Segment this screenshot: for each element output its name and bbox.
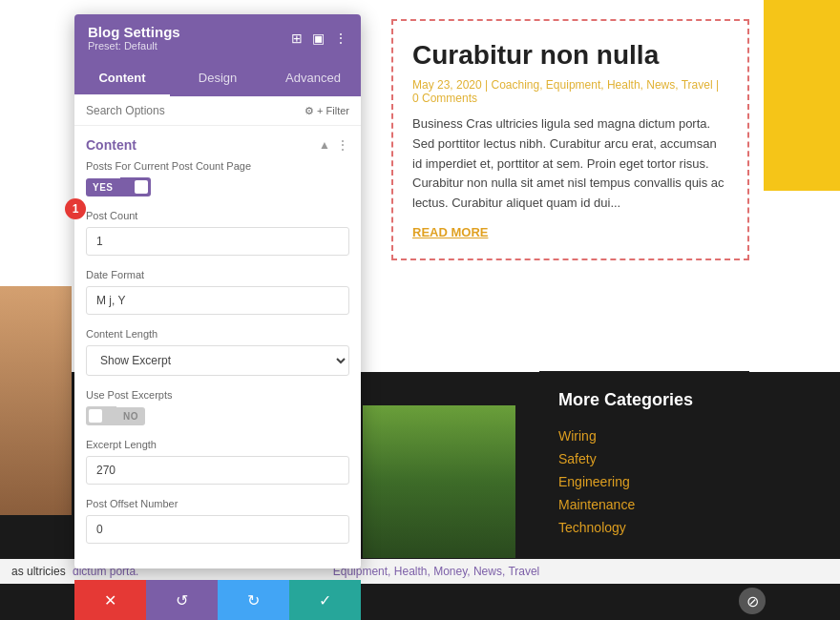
panel-body: Content ▲ ⋮ Posts For Current Post Count…	[74, 126, 361, 568]
post-title: Curabitur non nulla	[412, 40, 728, 71]
blog-post-card: Curabitur non nulla May 23, 2020 | Coach…	[391, 19, 749, 260]
save-icon: ✓	[319, 591, 331, 610]
expand-icon[interactable]: ⊞	[291, 31, 303, 46]
posts-for-current-page-label: Posts For Current Post Count Page	[86, 160, 349, 172]
tab-design[interactable]: Design	[170, 61, 265, 96]
post-count-input[interactable]	[86, 227, 349, 256]
post-offset-input[interactable]	[86, 515, 349, 544]
save-button[interactable]: ✓	[289, 580, 361, 620]
read-more-link[interactable]: READ MORE	[412, 225, 728, 239]
post-meta: May 23, 2020 | Coaching, Equipment, Heal…	[412, 78, 728, 105]
content-length-field: Content Length Show Excerpt Show Full Po…	[86, 328, 349, 376]
badge-number: 1	[65, 198, 86, 219]
collapse-icon[interactable]: ▲	[319, 138, 330, 152]
cancel-icon: ✕	[104, 591, 116, 610]
post-body: Business Cras ultricies ligula sed magna…	[412, 114, 728, 214]
post-date-categories: May 23, 2020 | Coaching, Equipment, Heal…	[412, 78, 719, 92]
date-format-input[interactable]	[86, 286, 349, 315]
redo-icon: ↻	[247, 591, 260, 610]
no-track[interactable]	[86, 406, 116, 425]
redo-button[interactable]: ↻	[218, 580, 289, 620]
category-engineering[interactable]: Engineering	[558, 470, 730, 493]
excerpt-length-label: Excerpt Length	[86, 439, 349, 450]
no-label: NO	[116, 407, 145, 425]
category-wiring[interactable]: Wiring	[558, 424, 730, 447]
more-categories-title: More Categories	[558, 390, 730, 410]
blog-settings-panel: Blog Settings Preset: Default ⊞ ▣ ⋮ Cont…	[74, 14, 361, 568]
use-post-excerpts-label: Use Post Excerpts	[86, 389, 349, 401]
toggle-thumb	[135, 180, 148, 194]
posts-toggle-yes[interactable]: YES	[86, 177, 349, 196]
panel-header-icons: ⊞ ▣ ⋮	[291, 31, 347, 46]
post-comments: 0 Comments	[412, 92, 477, 105]
bottom-text-line1: as ultricies	[11, 565, 66, 578]
post-offset-label: Post Offset Number	[86, 498, 349, 509]
post-offset-field: Post Offset Number	[86, 498, 349, 544]
panel-header: Blog Settings Preset: Default ⊞ ▣ ⋮	[74, 14, 361, 61]
cancel-button[interactable]: ✕	[74, 580, 146, 620]
bottom-image	[363, 405, 515, 558]
yes-label: YES	[86, 178, 120, 196]
panel-title: Blog Settings	[88, 24, 180, 40]
category-safety[interactable]: Safety	[558, 447, 730, 470]
section-title: Content	[86, 137, 136, 153]
toggle-track[interactable]	[120, 177, 151, 196]
left-image-strip	[0, 286, 72, 515]
section-controls: ▲ ⋮	[319, 137, 349, 153]
tab-advanced[interactable]: Advanced	[265, 61, 361, 96]
section-menu-icon[interactable]: ⋮	[336, 137, 349, 153]
layout-icon[interactable]: ▣	[312, 31, 325, 46]
date-format-field: Date Format	[86, 269, 349, 315]
bottom-image-inner	[363, 405, 515, 558]
panel-preset[interactable]: Preset: Default	[88, 40, 180, 52]
content-length-label: Content Length	[86, 328, 349, 340]
post-count-field: Post Count	[86, 210, 349, 256]
more-options-icon[interactable]: ⋮	[334, 31, 347, 46]
panel-tabs: Content Design Advanced	[74, 61, 361, 96]
undo-icon: ↺	[176, 591, 188, 610]
excerpt-length-input[interactable]	[86, 456, 349, 485]
no-thumb	[89, 409, 102, 423]
yellow-accent	[764, 0, 840, 191]
date-format-label: Date Format	[86, 269, 349, 280]
search-input[interactable]	[86, 104, 297, 117]
post-count-label: Post Count	[86, 210, 349, 221]
category-maintenance[interactable]: Maintenance	[558, 493, 730, 516]
filter-button[interactable]: ⚙ + Filter	[304, 105, 349, 117]
category-technology[interactable]: Technology	[558, 516, 730, 539]
content-length-select[interactable]: Show Excerpt Show Full Post	[86, 345, 349, 376]
undo-button[interactable]: ↺	[146, 580, 218, 620]
panel-search-bar: ⚙ + Filter	[74, 96, 361, 126]
posts-for-current-page-field: Posts For Current Post Count Page YES	[86, 160, 349, 196]
more-categories-widget: More Categories Wiring Safety Engineerin…	[539, 371, 749, 558]
forbidden-icon[interactable]: ⊘	[739, 588, 766, 614]
tab-content[interactable]: Content	[74, 61, 170, 96]
section-header: Content ▲ ⋮	[86, 126, 349, 160]
excerpt-length-field: Excerpt Length	[86, 439, 349, 485]
bottom-toolbar: ✕ ↺ ↻ ✓	[74, 580, 361, 620]
use-post-excerpts-field: Use Post Excerpts NO	[86, 389, 349, 425]
filter-label: + Filter	[317, 105, 349, 116]
excerpts-toggle-no[interactable]: NO	[86, 406, 349, 425]
panel-header-left: Blog Settings Preset: Default	[88, 24, 180, 52]
bottom-cats: Equipment, Health, Money, News, Travel	[333, 565, 540, 578]
filter-icon: ⚙	[304, 105, 314, 117]
